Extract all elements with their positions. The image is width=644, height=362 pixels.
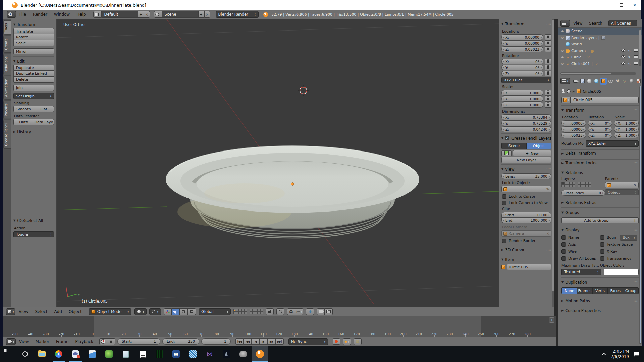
taskbar-green-app[interactable] [101,346,117,362]
expand-icon[interactable]: ⊕ [560,36,564,39]
tab-constraints[interactable] [607,78,614,85]
boun-checkbox[interactable] [600,235,604,240]
prop-location-field-1[interactable]: ◂.00000▸ [561,126,586,132]
translate-manipulator-button[interactable] [172,308,180,315]
panel-header-delta-transform[interactable]: ▶Delta Transform:::: [561,149,639,157]
layer-grid-1[interactable] [233,309,247,314]
delete-screen-button[interactable]: × [144,11,150,18]
editor-type-info[interactable]: i ▴▾ [7,11,16,18]
maximize-button[interactable] [614,0,628,10]
layer-cell-9[interactable] [572,185,575,187]
delete-scene-button[interactable]: × [204,11,210,18]
rotate-button[interactable]: Rotate [13,34,54,40]
timeline-region[interactable]: -50-40-30-20-100102030405060708090100110… [3,316,556,337]
layer-cell-5[interactable] [561,185,564,187]
timeline-menu-marker[interactable]: Marker [36,339,49,344]
scene-name[interactable]: Scene [162,11,198,18]
smooth-button[interactable]: Smooth [13,106,34,112]
taskbar-word[interactable]: W [168,346,184,362]
duplication-none[interactable]: None [561,287,577,294]
proportional-edit-button[interactable] [276,308,284,315]
rotation-lock-icon[interactable] [545,71,551,76]
rotation-lock-icon[interactable] [545,59,551,64]
layer-cell-3[interactable] [241,309,244,312]
current-frame-playhead[interactable] [94,316,94,337]
mirror-button[interactable]: Mirror [13,48,54,54]
panel-header-transform[interactable]: ▼Transform:::: [501,20,551,27]
play-button[interactable]: ▶ [260,338,268,345]
layer-cell-6[interactable] [252,312,255,314]
lock-to-object-field[interactable]: ✎ [501,186,551,192]
layer-cell-2[interactable] [239,309,241,312]
object-browse[interactable]: ▴▾ [561,97,571,103]
duplication-verts[interactable]: Verts [593,287,608,294]
panel-header-groups[interactable]: ▼Groups:::: [561,209,639,216]
data-layout-button[interactable]: Data Layo [34,119,54,125]
taskbar-file-explorer[interactable] [34,346,50,362]
shading-select[interactable]: ▴▾ [134,308,147,315]
object-color-swatch[interactable] [604,269,639,275]
layer-cell-0[interactable] [578,182,580,185]
location-y--field[interactable]: ◂Y:0.00000▸ [501,40,543,46]
layer-cell-1[interactable] [252,309,255,312]
current-frame-field[interactable]: 1 [201,338,231,345]
local-camera-field[interactable]: Camera × [501,230,551,237]
layer-cell-1[interactable] [580,182,583,185]
add-to-group-button[interactable]: Add to Group [561,217,631,223]
minimize-button[interactable] [601,0,614,10]
rotation-lock-icon[interactable] [545,65,551,70]
scale-manipulator-button[interactable] [188,308,196,315]
prop-rotation-field-2[interactable]: ◂Z:0°▸ [588,132,612,138]
panel-header-item[interactable]: ▼Item:::: [501,256,551,263]
taskbar-visual-studio[interactable]: ⋈ [201,346,218,362]
layer-cell-8[interactable] [586,185,588,187]
timeline-menu-view[interactable]: View [19,339,29,344]
outliner-row-circle[interactable]: ⊕▽Circle|▽↖ [558,54,642,61]
layer-cell-2[interactable] [583,182,586,185]
prop-location-field-0[interactable]: ◂.00000▸ [561,120,586,126]
taskbar-notepad[interactable] [117,346,134,362]
action-center-icon[interactable] [634,352,639,357]
layer-cell-3[interactable] [586,182,588,185]
orientation-select[interactable]: Global ▴▾ [199,308,231,315]
shelf-tab-physics[interactable]: Physics [3,101,11,119]
taskbar-discord[interactable] [67,346,84,362]
layers-grid-1[interactable] [561,182,575,187]
eyedropper-icon[interactable]: ✎ [634,183,637,187]
scale-lock-icon[interactable] [545,96,551,102]
panel-header-transform[interactable]: ▼Transform:::: [561,107,639,114]
parent-type-select[interactable]: Object ▴▾ [605,189,639,195]
prop-scale-field-0[interactable]: ◂X:1.000▸ [614,120,639,126]
wire-checkbox[interactable] [561,249,566,254]
taskbar-photos[interactable] [84,346,101,362]
gp-object-button[interactable]: Object [527,143,552,149]
panel-header-history[interactable]: ▶History [13,128,54,135]
layer-cell-4[interactable] [572,182,575,185]
insert-keyframe-button[interactable]: ⚿ [354,338,362,345]
viewport-menu-add[interactable]: Add [54,309,62,314]
renderability-camera-icon[interactable] [634,55,638,58]
tab-texture[interactable] [635,78,642,85]
prop-rotation-field-1[interactable]: ◂Y:0°▸ [588,126,612,132]
location-x--field[interactable]: ◂X:0.00000▸ [501,34,543,40]
panel-header-view[interactable]: ▼View:::: [501,166,551,173]
layer-cell-5[interactable] [578,185,580,187]
lock-button[interactable] [266,308,274,315]
panel-header-relations-extras[interactable]: ▶Relations Extras:::: [561,199,639,206]
dimension-y--field[interactable]: ◂Y:0.73529▸ [501,120,551,126]
lock-camera-checkbox[interactable] [502,201,506,205]
visibility-eye-icon[interactable] [621,49,625,52]
draw-type-select[interactable]: Textured ▴▾ [561,269,601,275]
gp-datablock-browse[interactable] [501,150,512,156]
outliner-scope-select[interactable]: All Scenes [608,20,637,26]
editor-type-timeline[interactable]: ▴▾ [6,338,16,345]
new-group-button[interactable]: + [631,217,639,223]
duplication-frames[interactable]: Frames [577,287,593,294]
layer-cell-5[interactable] [250,312,252,314]
translate-button[interactable]: Translate [13,28,54,34]
delete-button[interactable]: Delete [13,77,54,83]
tab-world[interactable] [593,78,600,85]
renderability-camera-icon[interactable] [634,62,638,65]
x-ray-checkbox[interactable] [600,249,604,254]
expand-icon[interactable]: ⊕ [560,49,564,52]
